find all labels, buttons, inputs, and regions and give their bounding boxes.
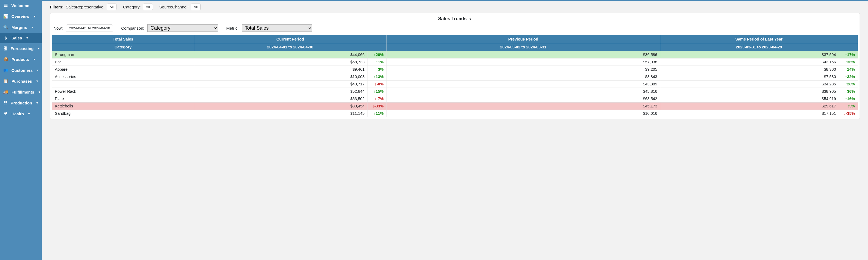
main-content: Filters: SalesRepresentative: All Catego… [42,0,868,260]
truck-icon: 🚚 [3,89,8,94]
cell-current-pct: ↑1% [368,58,386,66]
cell-previous-value: $57,938 [386,58,660,66]
cell-lastyear-pct: ↑28% [839,81,858,88]
filter-bar: Filters: SalesRepresentative: All Catego… [42,1,868,13]
sidebar-item-label: Production [10,100,32,105]
cell-lastyear-value: $7,580 [660,73,839,81]
sidebar-item-label: Welcome [11,3,29,8]
comparison-select[interactable]: Category [148,24,218,32]
filter-category-value[interactable]: All [143,3,153,10]
th-previous-period: Previous Period [386,35,660,43]
panel-title[interactable]: Sales Trends ▼ [50,13,860,23]
filter-salesrep-label: SalesRepresentative: [66,5,104,9]
sidebar-item-overview[interactable]: 📊Overview▼ [0,11,42,22]
th-total-sales: Total Sales [52,35,194,43]
table-row: $43,717↓-0%$43,889$34,285↑28% [52,81,858,88]
cell-current-pct: ↓-33% [368,103,386,110]
caret-down-icon: ▼ [37,47,40,50]
sidebar-item-sales[interactable]: $Sales▼ [0,33,42,43]
filter-salesrep-value[interactable]: All [107,3,117,10]
th-category: Category [52,43,194,51]
sidebar-item-welcome[interactable]: ☰Welcome [0,0,42,11]
table-row: Sandbag$11,145↑11%$10,016$17,151↓-35% [52,110,858,117]
sales-trends-panel: Sales Trends ▼ Now: 2024-04-01 to 2024-0… [50,13,860,119]
table-row: Accessories$10,003↑13%$8,843$7,580↑32% [52,73,858,81]
cell-category: Kettlebells [52,103,194,110]
cell-category [52,81,194,88]
cell-previous-value: $10,016 [386,110,660,117]
now-daterange[interactable]: 2024-04-01 to 2024-04-30 [66,25,113,32]
cell-current-pct: ↑15% [368,88,386,95]
cell-lastyear-value: $34,285 [660,81,839,88]
cell-category: Strongman [52,51,194,58]
panel-title-text: Sales Trends [438,16,467,21]
sidebar-item-label: Margins [11,25,27,30]
sidebar-item-label: Purchases [11,79,32,84]
cell-current-value: $11,145 [194,110,367,117]
cell-current-value: $43,717 [194,81,367,88]
table-row: Apparel$9,461↑3%$9,205$8,300↑14% [52,66,858,73]
cell-category: Plate [52,95,194,103]
sidebar-item-forecasting[interactable]: 🗄Forecasting▼ [0,43,42,54]
sidebar-item-label: Products [11,57,29,62]
cell-lastyear-value: $38,905 [660,88,839,95]
heartbeat-icon: ❤ [3,111,8,116]
cell-lastyear-value: $43,156 [660,58,839,66]
dollar-icon: $ [3,36,8,40]
sidebar-item-customers[interactable]: 👥Customers▼ [0,65,42,76]
cell-previous-value: $8,843 [386,73,660,81]
cell-category: Accessories [52,73,194,81]
metric-select[interactable]: Total Sales [242,24,312,32]
clipboard-icon: 📋 [3,79,8,84]
caret-down-icon: ▼ [36,80,38,83]
box-icon: 📦 [3,57,8,62]
cell-lastyear-pct: ↑3% [839,103,858,110]
filters-label: Filters: [50,5,64,9]
sidebar-item-label: Forecasting [10,46,34,51]
sidebar-item-fulfillments[interactable]: 🚚Fulfillments▼ [0,86,42,97]
cell-current-value: $58,733 [194,58,367,66]
cell-previous-value: $36,586 [386,51,660,58]
sales-trends-table: Total Sales Current Period Previous Peri… [52,35,858,117]
cell-current-pct: ↓-0% [368,81,386,88]
filter-sourcechannel-value[interactable]: All [191,3,200,10]
panel-controls: Now: 2024-04-01 to 2024-04-30 Comparison… [50,23,860,35]
cell-current-value: $30,454 [194,103,367,110]
sidebar-item-label: Fulfillments [11,90,34,94]
table-row: Power Rack$52,844↑15%$45,816$38,905↑36% [52,88,858,95]
chart-bar-icon: 📊 [3,14,8,19]
cell-lastyear-pct: ↑36% [839,88,858,95]
database-icon: 🗄 [3,46,7,51]
sidebar-item-products[interactable]: 📦Products▼ [0,54,42,65]
th-current-period: Current Period [194,35,386,43]
cell-previous-value: $9,205 [386,66,660,73]
layers-icon: ☷ [3,100,7,105]
comparison-label: Comparison: [121,26,144,30]
menu-icon: ☰ [3,3,8,8]
filter-sourcechannel-label: SourceChannel: [159,5,189,9]
sidebar-item-label: Overview [11,14,30,19]
sidebar-item-production[interactable]: ☷Production▼ [0,97,42,108]
th-ly-range: 2023-03-31 to 2023-04-29 [660,43,858,51]
table-row: Kettlebells$30,454↓-33%$45,173$29,617↑3% [52,103,858,110]
table-row: Bar$58,733↑1%$57,938$43,156↑36% [52,58,858,66]
people-icon: 👥 [3,68,8,73]
cell-lastyear-value: $17,151 [660,110,839,117]
caret-down-icon: ▼ [26,36,29,39]
cell-lastyear-pct: ↓-35% [839,110,858,117]
cell-lastyear-pct: ↑17% [839,51,858,58]
cell-category: Apparel [52,66,194,73]
cell-previous-value: $45,816 [386,88,660,95]
sidebar-item-health[interactable]: ❤Health▼ [0,108,42,119]
caret-down-icon: ▼ [36,69,39,72]
cell-previous-value: $68,542 [386,95,660,103]
cell-lastyear-value: $29,617 [660,103,839,110]
cell-category: Power Rack [52,88,194,95]
now-label: Now: [54,26,63,30]
cell-lastyear-pct: ↑16% [839,95,858,103]
cell-current-pct: ↑13% [368,73,386,81]
sidebar-item-margins[interactable]: 🔍Margins▼ [0,22,42,33]
sidebar-item-purchases[interactable]: 📋Purchases▼ [0,76,42,86]
cell-current-value: $52,844 [194,88,367,95]
filter-category-label: Category: [123,5,141,9]
